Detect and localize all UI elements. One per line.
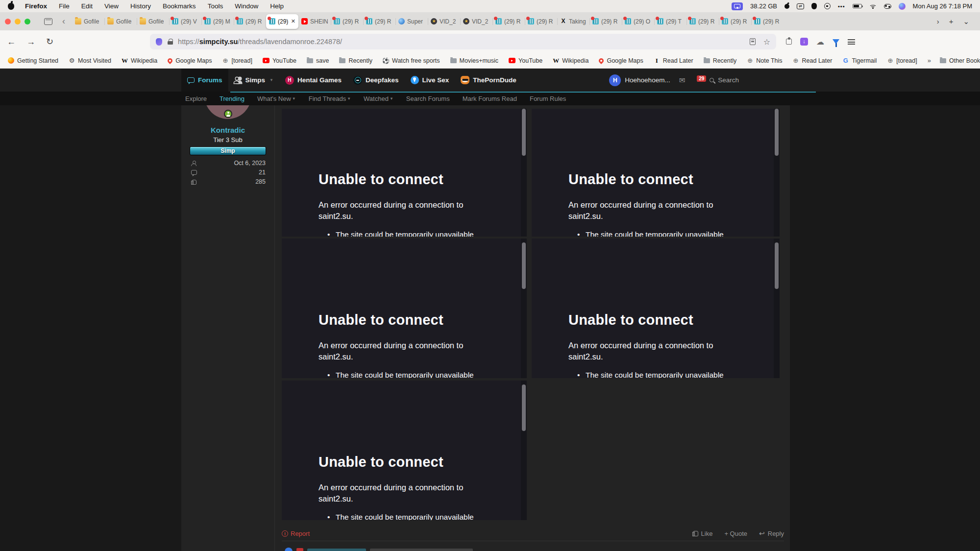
browser-tab[interactable]: (29) R ✕: [589, 14, 622, 29]
browser-tab[interactable]: Gofile ✕: [137, 14, 169, 29]
tab-overflow-chevron-icon[interactable]: ›: [937, 17, 939, 25]
bookmark-item[interactable]: Google Maps: [599, 57, 643, 64]
forum-subnav-item[interactable]: Mark Forums Read ▼: [463, 95, 517, 102]
embedded-error-frame[interactable]: Unable to connect An error occurred duri…: [532, 109, 780, 237]
browser-tab[interactable]: (29) R ✕: [751, 14, 784, 29]
forum-nav-item[interactable]: Deepfakes ▼: [347, 69, 405, 92]
scrollbar-thumb[interactable]: [775, 242, 779, 289]
browser-tab[interactable]: (29) R ✕: [686, 14, 719, 29]
filter-extension-icon[interactable]: [833, 39, 839, 44]
scrollbar-thumb[interactable]: [522, 109, 526, 156]
extensions-puzzle-icon[interactable]: [786, 39, 792, 45]
forum-subnav-item[interactable]: What's New ▼: [257, 95, 296, 102]
scrollbar-thumb[interactable]: [522, 384, 526, 431]
url-bar[interactable]: https://simpcity.su/threads/lavendamonro…: [150, 34, 776, 49]
bookmark-item[interactable]: Movies+music: [450, 57, 499, 64]
bookmark-item[interactable]: Recently: [704, 57, 737, 64]
browser-tab[interactable]: (29) R ✕: [331, 14, 363, 29]
other-bookmarks-folder[interactable]: Other Bookmarks: [940, 57, 980, 64]
author-name-link[interactable]: Kontradic: [181, 126, 274, 134]
bookmarks-overflow-chevron[interactable]: »: [928, 57, 931, 64]
browser-tab[interactable]: SHEIN ✕: [298, 14, 331, 29]
bookmark-item[interactable]: YouTube: [509, 57, 542, 64]
memory-usage[interactable]: 38.22 GB: [750, 2, 777, 10]
tab-scroll-left-icon[interactable]: ‹: [62, 16, 65, 26]
forum-nav-item[interactable]: ThePornDude ▼: [455, 69, 522, 92]
bookmark-item[interactable]: [toread]: [887, 57, 917, 64]
url-text[interactable]: https://simpcity.su/threads/lavendamonro…: [178, 38, 342, 46]
list-all-tabs-icon[interactable]: ⌄: [963, 17, 969, 26]
bookmark-star-icon[interactable]: ☆: [763, 37, 770, 47]
bookmark-item[interactable]: Google Maps: [168, 57, 212, 64]
browser-tab[interactable]: Taking ✕: [557, 14, 589, 29]
window-zoom-button[interactable]: [24, 19, 30, 24]
menu-bar-item[interactable]: Help: [270, 2, 284, 10]
browser-tab[interactable]: (29) R ✕: [234, 14, 266, 29]
browser-tab[interactable]: (29) ✕: [266, 14, 298, 29]
bookmark-item[interactable]: Read Later: [654, 57, 693, 64]
bookmark-item[interactable]: Most Visited: [69, 57, 111, 64]
forum-subnav-item[interactable]: Find Threads ▼: [309, 95, 351, 102]
browser-tab[interactable]: (29) R ✕: [719, 14, 751, 29]
browser-tab[interactable]: Gofile ✕: [104, 14, 137, 29]
forum-nav-item[interactable]: Simps ▼: [228, 69, 279, 92]
embedded-error-frame[interactable]: Unable to connect An error occurred duri…: [532, 239, 780, 378]
siri-icon[interactable]: [899, 3, 906, 10]
menu-bar-item[interactable]: File: [59, 2, 70, 10]
https-lock-icon[interactable]: [167, 39, 173, 45]
browser-tab[interactable]: (29) M ✕: [201, 14, 234, 29]
window-minimize-button[interactable]: [15, 19, 21, 24]
browser-tab[interactable]: Super ✕: [395, 14, 428, 29]
overflow-menu-icon[interactable]: •••: [838, 3, 845, 9]
control-center-icon[interactable]: [884, 4, 891, 9]
back-button[interactable]: ←: [7, 37, 16, 47]
forum-subnav-item[interactable]: Explore ▼: [185, 95, 207, 102]
bookmark-item[interactable]: [toread]: [222, 57, 252, 64]
inbox-envelope-icon[interactable]: ✉: [679, 76, 686, 85]
embedded-error-frame[interactable]: Unable to connect An error occurred duri…: [282, 239, 527, 378]
menu-bar-item[interactable]: History: [130, 2, 151, 10]
new-tab-button[interactable]: +: [949, 17, 954, 25]
adblock-shield-icon[interactable]: [811, 3, 817, 9]
forward-button[interactable]: →: [26, 37, 35, 47]
forum-subnav-item[interactable]: Forum Rules ▼: [530, 95, 566, 102]
window-close-button[interactable]: [5, 19, 11, 24]
forum-nav-item[interactable]: Live Sex ▼: [405, 69, 455, 92]
username-link[interactable]: Hoehoehoem...: [625, 76, 670, 84]
scrollbar-thumb[interactable]: [775, 109, 779, 156]
apple-logo-icon[interactable]: [8, 3, 14, 10]
embedded-error-frame[interactable]: Unable to connect An error occurred duri…: [282, 381, 527, 520]
menu-bar-clock[interactable]: Mon Aug 26 7:18 PM: [913, 2, 972, 10]
menu-bar-item[interactable]: Edit: [81, 2, 93, 10]
embedded-error-frame[interactable]: Unable to connect An error occurred duri…: [282, 109, 527, 237]
browser-tab[interactable]: (29) V ✕: [169, 14, 201, 29]
like-button[interactable]: Like: [692, 530, 713, 537]
browser-tab[interactable]: Gofile ✕: [72, 14, 104, 29]
browser-tab[interactable]: VID_2 ✕: [460, 14, 492, 29]
user-avatar[interactable]: H: [609, 74, 621, 86]
sidebar-toggle-icon[interactable]: [44, 18, 52, 25]
forum-subnav-item[interactable]: Search Forums ▼: [406, 95, 450, 102]
bookmark-item[interactable]: Watch free sports: [383, 57, 440, 64]
next-post-link-text[interactable]: [307, 549, 366, 551]
menu-bar-item[interactable]: Window: [235, 2, 258, 10]
screen-mirroring-icon[interactable]: [732, 2, 743, 10]
video-downloader-icon[interactable]: ↓: [800, 38, 808, 46]
bookmark-item[interactable]: Recently: [339, 57, 372, 64]
reply-button[interactable]: ↩ Reply: [759, 529, 784, 537]
app-status-icon[interactable]: [784, 4, 789, 9]
bookmark-item[interactable]: Tigermail: [842, 57, 877, 64]
bookmark-item[interactable]: Wikipedia: [553, 57, 588, 64]
cloud-extension-icon[interactable]: ☁: [816, 37, 824, 47]
browser-tab[interactable]: (29) R ✕: [363, 14, 395, 29]
report-link[interactable]: ! Report: [282, 530, 310, 537]
scrollbar-thumb[interactable]: [522, 242, 526, 289]
search-button[interactable]: Search: [710, 76, 739, 84]
bookmark-item[interactable]: Read Later: [793, 57, 833, 64]
browser-tab[interactable]: VID_2 ✕: [428, 14, 460, 29]
battery-icon[interactable]: [853, 4, 862, 8]
tab-close-icon[interactable]: ✕: [291, 18, 295, 24]
browser-tab[interactable]: (29) T ✕: [654, 14, 686, 29]
menu-bar-item[interactable]: Firefox: [25, 2, 47, 10]
app-menu-hamburger-icon[interactable]: [848, 39, 855, 45]
